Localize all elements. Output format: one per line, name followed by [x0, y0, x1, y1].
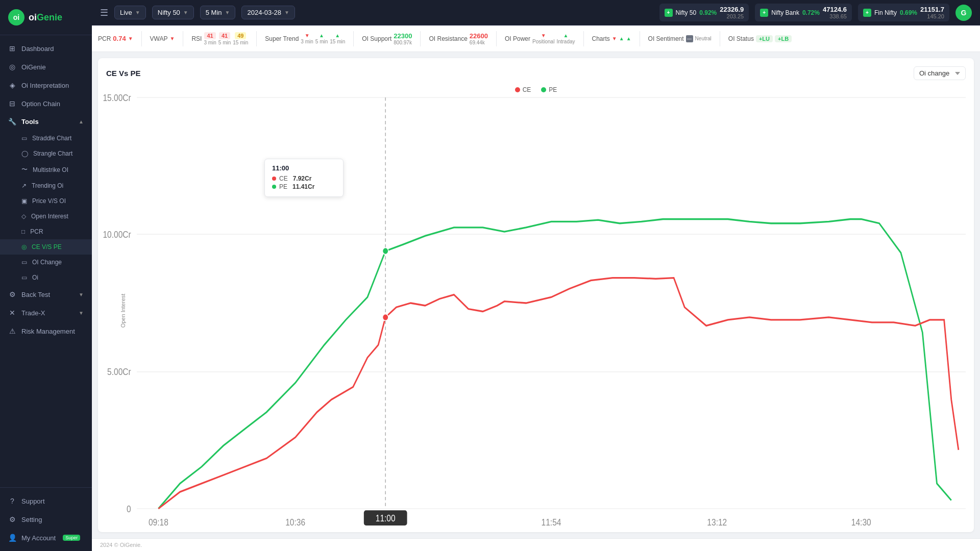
oi-power-label: OI Power [505, 35, 530, 42]
st-arr3: ▲ [335, 33, 340, 38]
sidebar-item-oigenie[interactable]: ◎ OiGenie [0, 58, 92, 76]
sidebar-item-setting[interactable]: ⚙ Setting [0, 510, 92, 529]
sidebar-item-risk-management[interactable]: ⚠ Risk Management [0, 322, 92, 340]
oi-status-lu: +LU [756, 35, 773, 42]
index-arrow: ▼ [183, 10, 188, 15]
sidebar-bottom: ? Support ⚙ Setting 👤 My Account Super [0, 487, 92, 551]
oi-status-label: OI Status [728, 35, 754, 42]
svg-text:11:54: 11:54 [542, 517, 561, 528]
risk-label: Risk Management [21, 328, 75, 335]
trade-x-chevron: ▼ [79, 310, 84, 316]
sidebar-item-label: Dashboard [21, 45, 54, 53]
chart-title: CE Vs PE [106, 69, 141, 78]
sidebar-item-dashboard[interactable]: ⊞ Dashboard [0, 39, 92, 58]
oi-resistance-sub: 69.44k [470, 40, 488, 45]
svg-text:10:36: 10:36 [285, 517, 305, 528]
sidebar-item-strangle-chart[interactable]: ◯ Strangle Chart [0, 146, 92, 161]
index-selector[interactable]: Nifty 50 ▼ [152, 6, 194, 19]
finnifty-name: Fin Nifty [874, 9, 897, 16]
nifty50-pts: 203.25 [727, 13, 744, 19]
nifty50-val: 22326.9 [720, 6, 744, 13]
svg-text:14:30: 14:30 [851, 517, 871, 528]
date-arrow: ▼ [284, 10, 289, 15]
st-t3: 15 min [330, 39, 345, 44]
tools-label: Tools [21, 118, 39, 126]
oi-resistance-indicator: OI Resistance 22600 69.44k [429, 32, 488, 45]
logo-brand: oiGenie [29, 12, 62, 23]
date-selector[interactable]: 2024-03-28 ▼ [241, 6, 295, 19]
tools-group-header[interactable]: 🔧 Tools ▲ [0, 113, 92, 131]
sidebar-item-my-account[interactable]: 👤 My Account Super [0, 529, 92, 547]
chart-dropdown[interactable]: Oi change [914, 66, 966, 80]
sidebar-item-ce-vs-pe[interactable]: ◎ CE V/S PE [0, 239, 92, 255]
trending-icon: ↗ [21, 182, 27, 189]
sidebar-item-option-chain[interactable]: ⊟ Option Chain [0, 94, 92, 113]
menu-icon[interactable]: ☰ [100, 7, 108, 18]
rsi-t1: 3 min [204, 40, 216, 45]
timeframe-selector[interactable]: 5 Min ▼ [200, 6, 236, 19]
sub-item-label: Oi [32, 274, 38, 281]
nifty50-name: Nifty 50 [676, 9, 697, 16]
legend-pe: PE [541, 86, 557, 93]
charts-arr1: ▼ [612, 36, 617, 41]
user-avatar[interactable]: G [955, 5, 972, 21]
st-t2: 5 min [315, 39, 328, 44]
timeframe-label: 5 Min [206, 9, 222, 16]
live-selector[interactable]: Live ▼ [114, 6, 146, 19]
chart-area: CE Vs PE Oi change CE PE Open Interest [98, 58, 974, 532]
oi-sentiment-label: OI Sentiment [648, 35, 684, 42]
pcr-arrow: ▼ [128, 36, 133, 41]
sidebar-item-open-interest[interactable]: ◇ Open Interest [0, 209, 92, 224]
price-vs-oi-icon: ▣ [21, 197, 27, 205]
sidebar-item-back-test[interactable]: ⚙ Back Test ▼ [0, 285, 92, 304]
chart-legend: CE PE [106, 86, 966, 93]
oi-support-label: OI Support [362, 35, 391, 42]
finnifty-val: 21151.7 [920, 6, 944, 13]
sidebar-item-trending-oi[interactable]: ↗ Trending Oi [0, 178, 92, 193]
ce-pe-icon: ◎ [21, 243, 27, 251]
finnifty-up-icon: + [863, 9, 871, 17]
oi-sentiment-val: Neutral [695, 36, 712, 41]
option-chain-icon: ⊟ [8, 99, 16, 108]
legend-ce: CE [515, 86, 531, 93]
oi-icon: ◇ [21, 213, 26, 220]
rsi-t3: 15 min [233, 40, 248, 45]
niftybank-card: + Nifty Bank 0.72% 47124.6 338.65 [755, 4, 852, 21]
rsi-t2: 5 min [218, 40, 231, 45]
svg-point-18 [383, 314, 388, 320]
chart-svg: 15.00Cr 10.00Cr 5.00Cr 0 09:18 10:36 11:… [137, 97, 966, 509]
sidebar-item-pcr[interactable]: □ PCR [0, 224, 92, 239]
back-test-icon: ⚙ [8, 290, 16, 298]
rsi-label: RSI [191, 35, 202, 42]
sub-item-label: OI Change [32, 259, 62, 266]
sidebar-item-trade-x[interactable]: ✕ Trade-X ▼ [0, 304, 92, 322]
sidebar-item-label: OiGenie [21, 63, 46, 71]
sidebar-item-multistrike-oi[interactable]: 〜 Multistrike OI [0, 161, 92, 178]
sidebar-item-oi[interactable]: ▭ Oi [0, 270, 92, 285]
timeframe-arrow: ▼ [225, 10, 230, 15]
nav-section: ⊞ Dashboard ◎ OiGenie ◈ Oi Interpretatio… [0, 35, 92, 487]
sidebar-item-straddle-chart[interactable]: ▭ Straddle Chart [0, 131, 92, 146]
svg-text:15.00Cr: 15.00Cr [103, 92, 131, 103]
sidebar-item-price-vs-oi[interactable]: ▣ Price V/S OI [0, 193, 92, 209]
risk-icon: ⚠ [8, 327, 16, 335]
pcr-icon: □ [21, 228, 25, 235]
pcr-value: 0.74 [113, 35, 126, 42]
logo-icon: oi [8, 9, 24, 26]
footer: 2024 © OiGenie. [92, 538, 980, 551]
oip-arr2: ▲ [563, 33, 568, 38]
setting-icon: ⚙ [8, 515, 16, 523]
my-account-label: My Account [21, 534, 56, 542]
finnifty-pct: 0.69% [900, 9, 917, 16]
support-label: Support [21, 497, 45, 505]
rsi-v1: 41 [204, 32, 215, 39]
sidebar-item-oi-change[interactable]: ▭ OI Change [0, 255, 92, 270]
oigenie-icon: ◎ [8, 63, 16, 71]
setting-label: Setting [21, 516, 42, 523]
svg-text:13:12: 13:12 [707, 517, 727, 528]
niftybank-pct: 0.72% [802, 9, 820, 16]
sidebar-item-oi-interpretation[interactable]: ◈ Oi Interpretation [0, 76, 92, 94]
sidebar-item-support[interactable]: ? Support [0, 492, 92, 510]
oi-sentiment-indicator: OI Sentiment — Neutral [648, 35, 712, 42]
oi-change-icon: ▭ [21, 259, 27, 266]
